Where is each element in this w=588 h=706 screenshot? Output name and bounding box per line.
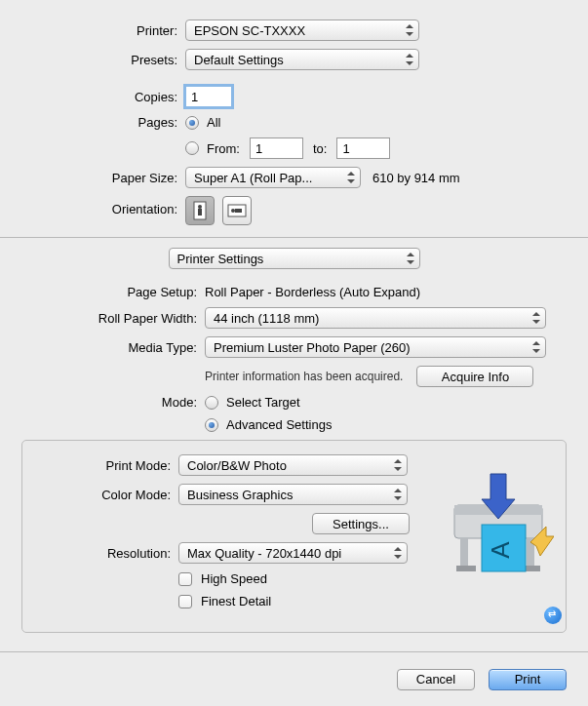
divider — [0, 237, 588, 238]
print-mode-label: Print Mode: — [32, 458, 178, 473]
resolution-label: Resolution: — [32, 546, 178, 561]
svg-text:A: A — [486, 541, 515, 559]
high-speed-checkbox[interactable] — [178, 572, 192, 586]
media-type-label: Media Type: — [20, 340, 205, 355]
pages-from-input[interactable] — [250, 137, 303, 159]
pages-from-radio[interactable] — [185, 141, 199, 155]
orientation-portrait-button[interactable] — [185, 196, 215, 225]
printer-select[interactable]: EPSON SC-TXXXX — [185, 20, 419, 41]
page-setup-label: Page Setup: — [20, 285, 205, 299]
section-select-value: Printer Settings — [177, 252, 264, 266]
pages-from-label: From: — [207, 141, 240, 156]
finest-detail-label: Finest Detail — [201, 594, 271, 608]
page-setup-value: Roll Paper - Borderless (Auto Expand) — [205, 285, 420, 299]
dialog-footer: Cancel Print — [0, 651, 588, 706]
svg-rect-10 — [456, 566, 476, 571]
resolution-value: Max Quality - 720x1440 dpi — [187, 546, 341, 561]
presets-select[interactable]: Default Settings — [185, 49, 419, 70]
svg-point-4 — [231, 209, 235, 213]
color-mode-value: Business Graphics — [187, 488, 293, 502]
roll-width-label: Roll Paper Width: — [20, 311, 205, 326]
paper-size-select[interactable]: Super A1 (Roll Pap... — [185, 167, 361, 188]
pages-all-radio[interactable] — [185, 116, 199, 130]
portrait-icon — [192, 201, 208, 220]
roll-width-select[interactable]: 44 inch (1118 mm) — [205, 307, 546, 329]
high-speed-label: High Speed — [201, 571, 267, 586]
presets-label: Presets: — [20, 53, 185, 67]
landscape-icon — [227, 203, 247, 218]
print-mode-value: Color/B&W Photo — [187, 458, 287, 473]
pages-to-label: to: — [313, 141, 327, 156]
mode-advanced-radio[interactable] — [205, 418, 218, 432]
paper-size-value: Super A1 (Roll Pap... — [194, 171, 312, 185]
printer-icon: A — [447, 468, 554, 580]
mode-select-target-label: Select Target — [226, 395, 300, 410]
mode-select-target-radio[interactable] — [205, 396, 218, 410]
pages-label: Pages: — [20, 115, 185, 130]
printer-value: EPSON SC-TXXXX — [194, 23, 305, 38]
paper-size-label: Paper Size: — [20, 171, 185, 185]
section-select[interactable]: Printer Settings — [169, 248, 420, 269]
print-button[interactable]: Print — [489, 669, 567, 690]
acquire-info-button[interactable]: Acquire Info — [416, 366, 533, 387]
orientation-landscape-button[interactable] — [222, 196, 252, 225]
finest-detail-checkbox[interactable] — [178, 595, 192, 608]
roll-width-value: 44 inch (1118 mm) — [214, 311, 319, 326]
pages-all-label: All — [207, 115, 220, 130]
color-mode-select[interactable]: Business Graphics — [178, 484, 408, 505]
orientation-label: Orientation: — [20, 196, 185, 216]
color-settings-button[interactable]: Settings... — [312, 513, 410, 534]
mode-label: Mode: — [20, 395, 205, 410]
advanced-panel: Print Mode: Color/B&W Photo Color Mode: … — [21, 440, 567, 633]
pages-to-input[interactable] — [336, 137, 390, 159]
copies-input[interactable] — [185, 86, 232, 107]
svg-rect-5 — [235, 209, 242, 213]
paper-size-dims: 610 by 914 mm — [372, 171, 460, 185]
svg-rect-2 — [198, 209, 202, 216]
svg-point-1 — [198, 205, 202, 209]
mode-advanced-label: Advanced Settings — [226, 417, 332, 432]
printer-label: Printer: — [20, 23, 185, 38]
print-mode-select[interactable]: Color/B&W Photo — [178, 454, 408, 476]
media-type-select[interactable]: Premium Luster Photo Paper (260) — [205, 336, 546, 358]
media-type-value: Premium Luster Photo Paper (260) — [214, 340, 411, 355]
resolution-select[interactable]: Max Quality - 720x1440 dpi — [178, 542, 408, 564]
cancel-button[interactable]: Cancel — [397, 669, 475, 690]
color-mode-label: Color Mode: — [32, 488, 178, 502]
presets-value: Default Settings — [194, 53, 284, 67]
sync-icon — [544, 607, 562, 624]
acquire-info-text: Printer information has been acquired. — [205, 370, 403, 383]
svg-rect-8 — [460, 538, 468, 568]
copies-label: Copies: — [20, 90, 185, 104]
